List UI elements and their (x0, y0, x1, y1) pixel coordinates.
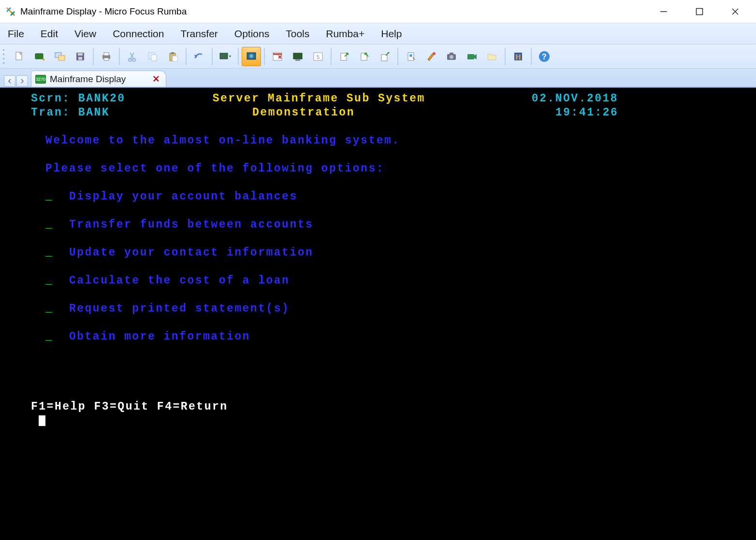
option-input-3[interactable]: _ (45, 274, 53, 287)
svg-point-33 (409, 54, 412, 57)
option-input-4[interactable]: _ (45, 302, 53, 315)
menu-file[interactable]: File (5, 26, 27, 42)
terminal[interactable]: Scrn: BANK20Server Mainframe Sub System0… (0, 88, 756, 540)
folder-icon[interactable] (482, 47, 502, 66)
title-1: Server Mainframe Sub System (213, 92, 425, 105)
tran-label: Tran: (31, 106, 71, 119)
menu-rumba-plus[interactable]: Rumba+ (323, 26, 367, 42)
upload-icon[interactable] (375, 47, 394, 66)
minimize-button[interactable] (653, 3, 675, 20)
print-icon[interactable] (97, 47, 116, 66)
svg-rect-38 (467, 54, 474, 59)
menu-tools[interactable]: Tools (283, 26, 312, 42)
prompt-text: Please select one of the following optio… (45, 162, 384, 175)
scrn-label: Scrn: (31, 92, 71, 105)
title-2: Demonstration (252, 106, 355, 119)
svg-rect-9 (78, 53, 83, 56)
close-button[interactable] (724, 3, 746, 20)
maximize-button[interactable] (688, 3, 711, 20)
send-icon[interactable] (334, 47, 354, 66)
paste-icon[interactable] (163, 47, 183, 66)
option-5: Obtain more information (69, 330, 250, 343)
macro-icon[interactable] (268, 47, 287, 66)
svg-point-34 (433, 52, 436, 55)
cursor (39, 415, 45, 426)
toolbar: 5 H ? (0, 44, 756, 69)
option-0: Display your account balances (69, 190, 298, 203)
svg-point-36 (450, 55, 453, 59)
tab-label: Mainframe Display (50, 74, 126, 85)
help-icon[interactable]: ? (535, 47, 554, 66)
cut-icon[interactable] (123, 47, 142, 66)
menu-view[interactable]: View (72, 26, 99, 42)
svg-rect-29 (341, 53, 347, 60)
tab-mainframe-display[interactable]: 3270 Mainframe Display ✕ (31, 71, 166, 87)
svg-rect-37 (450, 53, 453, 55)
new-file-icon[interactable] (10, 47, 29, 66)
menu-edit[interactable]: Edit (38, 26, 61, 42)
tab-next-button[interactable] (16, 75, 28, 87)
save-icon[interactable] (71, 47, 90, 66)
capture-icon[interactable] (442, 47, 461, 66)
undo-icon[interactable] (189, 47, 209, 66)
tab-prev-button[interactable] (4, 75, 15, 87)
menu-help[interactable]: Help (378, 26, 405, 42)
menubar: File Edit View Connection Transfer Optio… (0, 23, 756, 44)
option-input-2[interactable]: _ (45, 246, 53, 259)
menu-connection[interactable]: Connection (110, 26, 167, 42)
svg-rect-10 (78, 57, 82, 60)
svg-text:?: ? (542, 53, 547, 61)
option-input-5[interactable]: _ (45, 330, 53, 343)
svg-rect-25 (293, 53, 302, 59)
svg-rect-1 (697, 8, 703, 14)
receive-icon[interactable] (355, 47, 374, 66)
connect-icon[interactable] (30, 47, 49, 66)
tab-close-icon[interactable]: ✕ (152, 73, 160, 85)
copy-icon[interactable] (143, 47, 162, 66)
svg-rect-13 (104, 58, 109, 60)
svg-rect-21 (220, 53, 228, 59)
svg-text:5: 5 (317, 54, 320, 60)
svg-rect-12 (104, 53, 109, 56)
option-3: Calculate the cost of a loan (69, 274, 290, 287)
svg-rect-7 (58, 56, 65, 60)
svg-point-23 (249, 54, 253, 58)
tab-3270-icon: 3270 (35, 75, 46, 84)
colors-icon[interactable] (422, 47, 441, 66)
fkeys: F1=Help F3=Quit F4=Return (31, 400, 228, 413)
scrn-value: BANK20 (78, 92, 126, 105)
screen-active-icon[interactable] (242, 47, 261, 66)
toolbar-grip (3, 48, 7, 65)
svg-rect-20 (173, 56, 177, 61)
tran-value: BANK (78, 106, 110, 119)
option-2: Update your contact information (69, 246, 313, 259)
option-1: Transfer funds between accounts (69, 218, 313, 231)
svg-text:H: H (515, 53, 521, 61)
titlebar: Mainframe Display - Micro Focus Rumba (0, 0, 756, 23)
menu-transfer[interactable]: Transfer (177, 26, 220, 42)
option-input-1[interactable]: _ (45, 218, 53, 231)
recorder-icon[interactable] (462, 47, 481, 66)
date: 02.NOV.2018 (532, 92, 618, 105)
svg-point-15 (132, 58, 135, 61)
keyboard-icon[interactable]: 5 (308, 47, 328, 66)
screen-dropdown-icon[interactable] (216, 47, 235, 66)
history-icon[interactable]: H (509, 47, 528, 66)
time: 19:41:26 (555, 106, 618, 119)
window-title: Mainframe Display - Micro Focus Rumba (20, 6, 653, 17)
session-icon[interactable] (50, 47, 70, 66)
svg-rect-19 (171, 52, 174, 54)
svg-rect-26 (295, 59, 300, 61)
svg-rect-17 (151, 55, 157, 61)
welcome-text: Welcome to the almost on-line banking sy… (45, 134, 400, 147)
option-4: Request printed statement(s) (69, 302, 290, 315)
menu-options[interactable]: Options (232, 26, 272, 42)
properties-icon[interactable] (401, 47, 421, 66)
host-icon[interactable] (288, 47, 307, 66)
app-icon (5, 6, 16, 17)
svg-point-14 (129, 58, 131, 61)
option-input-0[interactable]: _ (45, 190, 53, 203)
tabbar: 3270 Mainframe Display ✕ (0, 69, 756, 88)
